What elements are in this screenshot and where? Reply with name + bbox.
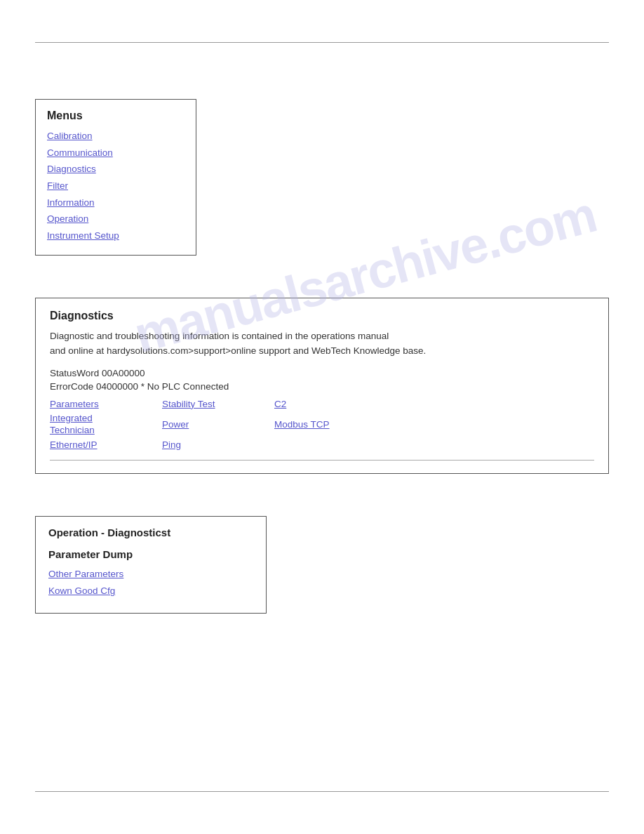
menu-link-diagnostics[interactable]: Diagnostics — [47, 161, 185, 178]
menu-link-filter[interactable]: Filter — [47, 178, 185, 194]
diagnostics-links-grid: Parameters Stability Test C2 IntegratedT… — [50, 399, 594, 450]
operation-subtitle: Parameter Dump — [48, 548, 253, 560]
diagnostics-desc: Diagnostic and troubleshooting informati… — [50, 329, 594, 358]
operation-link-kown-good-cfg[interactable]: Kown Good Cfg — [48, 583, 253, 600]
bottom-rule — [35, 791, 609, 792]
diag-link-c2[interactable]: C2 — [274, 399, 387, 409]
error-code: ErrorCode 04000000 * No PLC Connected — [50, 381, 594, 392]
menu-link-instrument-setup[interactable]: Instrument Setup — [47, 227, 185, 244]
operation-box: Operation - Diagnosticst Parameter Dump … — [35, 516, 267, 614]
status-word: StatusWord 00A00000 — [50, 368, 594, 378]
diag-link-power[interactable]: Power — [162, 419, 274, 430]
menu-link-communication[interactable]: Communication — [47, 145, 185, 161]
page-content: manualsarchive.com Menus Calibration Com… — [0, 43, 644, 670]
diagnostics-box: Diagnostics Diagnostic and troubleshooti… — [35, 298, 609, 474]
menu-link-calibration[interactable]: Calibration — [47, 128, 185, 145]
diag-link-stability-test[interactable]: Stability Test — [162, 399, 274, 409]
diag-link-modbus-tcp[interactable]: Modbus TCP — [274, 419, 387, 430]
menus-box: Menus Calibration Communication Diagnost… — [35, 99, 196, 256]
menus-title: Menus — [47, 110, 185, 122]
diag-link-ping[interactable]: Ping — [162, 439, 274, 450]
diagnostics-divider — [50, 460, 594, 461]
menu-link-information[interactable]: Information — [47, 194, 185, 211]
diagnostics-title: Diagnostics — [50, 310, 594, 322]
operation-title: Operation - Diagnosticst — [48, 527, 253, 538]
operation-link-other-parameters[interactable]: Other Parameters — [48, 566, 253, 583]
diag-link-ethernet-ip[interactable]: Ethernet/IP — [50, 439, 162, 450]
diag-link-parameters[interactable]: Parameters — [50, 399, 162, 409]
menu-link-operation[interactable]: Operation — [47, 211, 185, 227]
diag-link-integrated-technician[interactable]: IntegratedTechnician — [50, 412, 162, 437]
